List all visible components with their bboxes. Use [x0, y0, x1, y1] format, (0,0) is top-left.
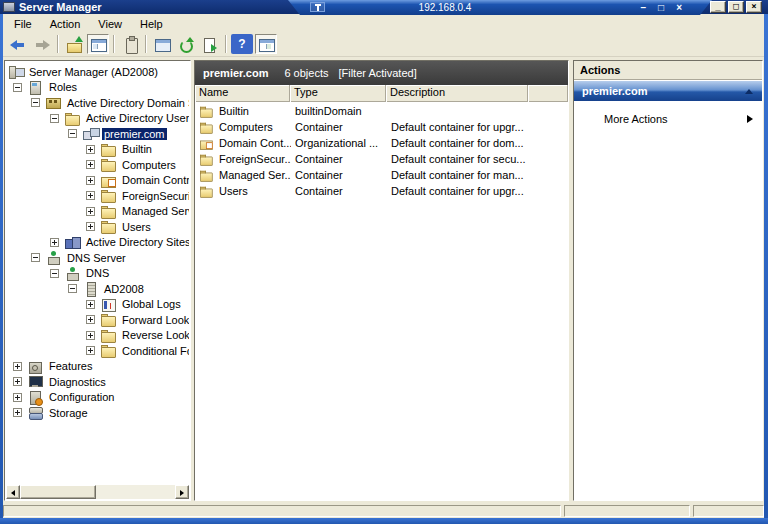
new-window-button[interactable] — [151, 34, 173, 54]
expand-icon[interactable] — [86, 145, 95, 154]
expand-icon[interactable] — [86, 300, 95, 309]
collapse-icon[interactable] — [13, 83, 22, 92]
features-icon — [28, 360, 43, 373]
scroll-right-button[interactable] — [175, 485, 189, 499]
expand-icon[interactable] — [86, 160, 95, 169]
actions-pane: Actions premier.com More Actions — [573, 60, 763, 501]
up-one-level-button[interactable] — [63, 34, 85, 54]
more-actions-item[interactable]: More Actions — [574, 110, 762, 128]
window-border-left — [0, 14, 3, 524]
menu-view[interactable]: View — [89, 17, 131, 31]
tree-item-managed-servic[interactable]: Managed Servic — [6, 204, 189, 220]
expand-icon[interactable] — [86, 346, 95, 355]
list-column-headers: Name Type Description — [195, 85, 568, 102]
tree-item-dns[interactable]: DNS — [6, 266, 189, 282]
rdp-minimize-button[interactable]: – — [641, 1, 647, 14]
tree-item-active-directory-domain-se[interactable]: Active Directory Domain Se — [6, 95, 189, 111]
maximize-button[interactable]: □ — [728, 1, 744, 13]
tree-item-computers[interactable]: Computers — [6, 157, 189, 173]
tree-item-diagnostics[interactable]: Diagnostics — [6, 374, 189, 390]
column-header-description[interactable]: Description — [386, 85, 528, 102]
collapse-icon[interactable] — [68, 129, 77, 138]
tree-item-domain-control[interactable]: Domain Control — [6, 173, 189, 189]
show-action-pane-button[interactable] — [255, 34, 277, 54]
show-console-tree-button[interactable] — [87, 34, 109, 54]
server-manager-window: Server Manager _ □ × 192.168.0.4 – □ × F… — [0, 0, 768, 524]
properties-button[interactable] — [119, 34, 141, 54]
tree-item-dns-server[interactable]: DNS Server — [6, 250, 189, 266]
tree-item-foreignsecurity[interactable]: ForeignSecurity — [6, 188, 189, 204]
help-button[interactable]: ? — [231, 34, 253, 54]
expand-icon[interactable] — [13, 362, 22, 371]
list-row-domain-cont[interactable]: Domain Cont... Organizational ... Defaul… — [196, 135, 567, 151]
expand-icon[interactable] — [86, 222, 95, 231]
expand-icon[interactable] — [13, 393, 22, 402]
scrollbar-thumb[interactable] — [20, 485, 96, 499]
dns-server-icon — [46, 251, 61, 264]
close-button[interactable]: × — [746, 1, 762, 13]
minimize-button[interactable]: _ — [710, 1, 726, 13]
list-row-builtin[interactable]: Builtin builtinDomain — [196, 103, 567, 119]
expand-icon[interactable] — [86, 207, 95, 216]
window-border-bottom — [0, 518, 768, 524]
submenu-arrow-icon — [747, 115, 753, 123]
collapse-icon[interactable] — [50, 114, 59, 123]
column-header-type[interactable]: Type — [290, 85, 386, 102]
expand-icon[interactable] — [86, 315, 95, 324]
tree-item-conditional-for[interactable]: Conditional For — [6, 343, 189, 359]
menu-action[interactable]: Action — [41, 17, 90, 31]
ad-domain-services-icon — [46, 96, 61, 109]
domain-icon — [83, 127, 98, 140]
event-logs-icon — [101, 298, 116, 311]
tree-item-features[interactable]: Features — [6, 359, 189, 375]
expand-icon[interactable] — [50, 238, 59, 247]
back-button[interactable] — [7, 34, 29, 54]
expand-icon[interactable] — [86, 331, 95, 340]
rdp-close-button[interactable]: × — [676, 1, 682, 14]
menu-file[interactable]: File — [5, 17, 41, 31]
tree-item-builtin[interactable]: Builtin — [6, 142, 189, 158]
list-row-computers[interactable]: Computers Container Default container fo… — [196, 119, 567, 135]
expand-icon[interactable] — [86, 176, 95, 185]
scroll-left-button[interactable] — [6, 485, 20, 499]
list-row-managed-ser[interactable]: Managed Ser... Container Default contain… — [196, 167, 567, 183]
collapse-chevron-icon[interactable] — [745, 89, 753, 94]
refresh-button[interactable] — [175, 34, 197, 54]
forward-button[interactable] — [31, 34, 53, 54]
filter-status: [Filter Activated] — [338, 67, 416, 79]
server-manager-app-icon — [3, 2, 15, 12]
collapse-icon[interactable] — [50, 269, 59, 278]
tree-item-forward-lookup[interactable]: Forward Lookup — [6, 312, 189, 328]
collapse-icon[interactable] — [31, 98, 40, 107]
expand-icon[interactable] — [13, 377, 22, 386]
export-list-button[interactable] — [199, 34, 221, 54]
actions-group-premier-com[interactable]: premier.com — [574, 81, 762, 101]
column-header-name[interactable]: Name — [195, 85, 290, 102]
actions-group-title: premier.com — [582, 85, 647, 97]
tree-item-global-logs[interactable]: Global Logs — [6, 297, 189, 313]
status-section-1 — [3, 505, 561, 517]
scrollbar-track[interactable] — [96, 485, 175, 499]
tree-item-roles[interactable]: Roles — [6, 80, 189, 96]
tree-item-server-manager-ad2008[interactable]: Server Manager (AD2008) — [6, 64, 189, 80]
tree-item-ad2008[interactable]: AD2008 — [6, 281, 189, 297]
tree-item-active-directory-users-a[interactable]: Active Directory Users a — [6, 111, 189, 127]
tree-item-premier-com[interactable]: premier.com — [6, 126, 189, 142]
rdp-restore-button[interactable]: □ — [658, 1, 664, 14]
folder-icon — [101, 205, 116, 218]
tree-item-active-directory-sites-a[interactable]: Active Directory Sites a — [6, 235, 189, 251]
results-title: premier.com — [203, 67, 268, 79]
collapse-icon[interactable] — [31, 253, 40, 262]
tree-item-users[interactable]: Users — [6, 219, 189, 235]
menu-help[interactable]: Help — [131, 17, 172, 31]
list-row-users[interactable]: Users Container Default container for up… — [196, 183, 567, 199]
configuration-icon — [28, 391, 43, 404]
list-row-foreignsecur[interactable]: ForeignSecur... Container Default contai… — [196, 151, 567, 167]
tree-item-storage[interactable]: Storage — [6, 405, 189, 421]
collapse-icon[interactable] — [68, 284, 77, 293]
expand-icon[interactable] — [13, 408, 22, 417]
tree-item-configuration[interactable]: Configuration — [6, 390, 189, 406]
rdp-address: 192.168.0.4 — [288, 2, 602, 13]
expand-icon[interactable] — [86, 191, 95, 200]
tree-item-reverse-lookup[interactable]: Reverse Lookup — [6, 328, 189, 344]
